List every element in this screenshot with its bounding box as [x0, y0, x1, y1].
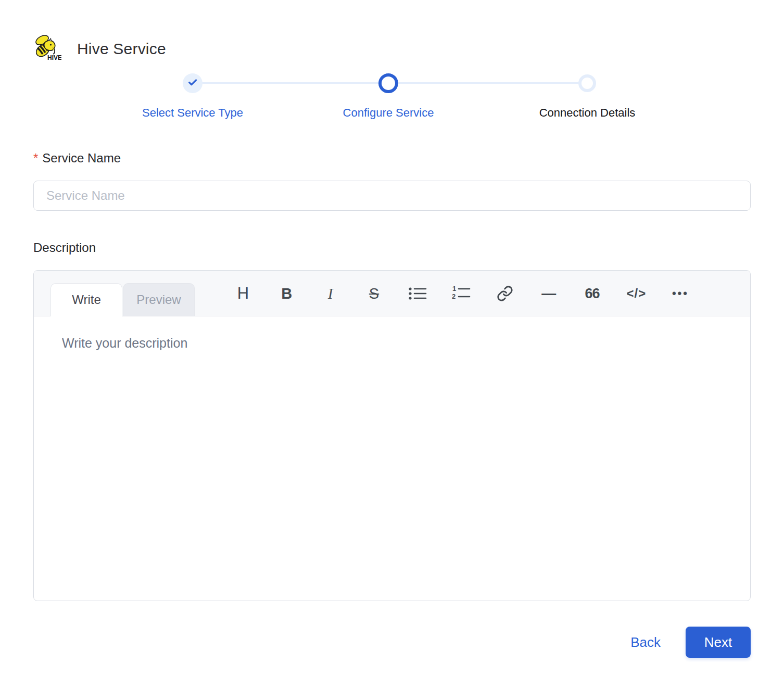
strikethrough-icon[interactable]: S	[364, 285, 383, 302]
stepper-connector-2	[388, 82, 587, 84]
header: HIVE Hive Service	[33, 33, 166, 65]
footer-actions: Back Next	[630, 627, 751, 658]
page-title: Hive Service	[77, 40, 166, 58]
svg-text:HIVE: HIVE	[47, 54, 61, 61]
step-label-configure-service[interactable]: Configure Service	[343, 106, 434, 120]
svg-text:1: 1	[452, 285, 456, 292]
editor-toolbar: Write Preview H B I S	[34, 271, 750, 316]
link-icon[interactable]	[496, 285, 514, 302]
editor-toolbar-icons: H B I S 1 2	[234, 271, 690, 316]
required-asterisk: *	[33, 151, 38, 165]
horizontal-rule-icon[interactable]: —	[539, 285, 558, 302]
unordered-list-icon[interactable]	[408, 286, 427, 301]
stepper-connector-1	[193, 82, 388, 84]
description-textarea[interactable]	[62, 334, 722, 586]
more-icon[interactable]: •••	[671, 287, 690, 300]
description-label: Description	[33, 240, 96, 255]
tab-preview[interactable]: Preview	[123, 283, 195, 316]
code-icon[interactable]: </>	[626, 286, 646, 301]
tab-write[interactable]: Write	[50, 283, 122, 316]
description-editor: Write Preview H B I S	[33, 270, 751, 601]
service-name-input[interactable]	[33, 181, 751, 211]
italic-icon[interactable]: I	[321, 285, 340, 302]
step-configure-service-indicator[interactable]	[378, 73, 398, 93]
back-button[interactable]: Back	[630, 634, 661, 651]
step-select-service-type-indicator[interactable]	[183, 73, 203, 93]
ordered-list-icon[interactable]: 1 2	[452, 285, 471, 302]
step-label-select-service-type[interactable]: Select Service Type	[142, 106, 243, 120]
hive-logo-icon: HIVE	[33, 33, 61, 65]
editor-tabs: Write Preview	[50, 283, 195, 316]
editor-body	[34, 316, 750, 602]
step-label-connection-details[interactable]: Connection Details	[539, 106, 636, 120]
next-button[interactable]: Next	[686, 627, 751, 658]
heading-icon[interactable]: H	[234, 284, 252, 303]
check-icon	[187, 77, 198, 90]
quote-icon[interactable]: 66	[583, 286, 602, 302]
svg-text:2: 2	[452, 292, 456, 300]
service-name-label: *Service Name	[33, 151, 121, 165]
step-connection-details-indicator[interactable]	[578, 74, 596, 92]
bold-icon[interactable]: B	[277, 285, 296, 302]
stepper: Select Service Type Configure Service Co…	[33, 73, 751, 130]
